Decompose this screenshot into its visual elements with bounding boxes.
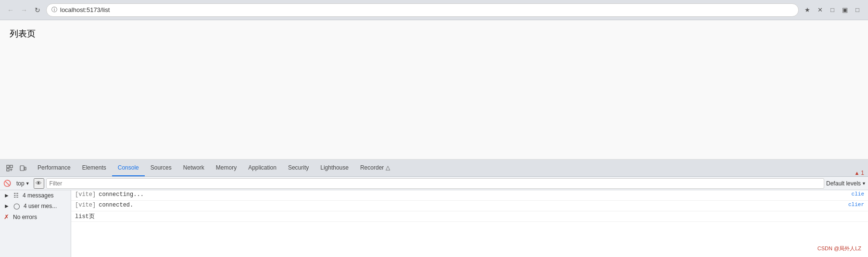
extensions-button[interactable]: ▣ <box>840 5 850 15</box>
url-text: localhost:5173/list <box>60 6 110 13</box>
log-entry-2: list页 <box>71 211 868 222</box>
default-levels-arrow-icon: ▼ <box>862 181 866 186</box>
log-source-1[interactable]: clier <box>844 202 864 208</box>
maximize-button[interactable]: □ <box>853 5 862 15</box>
clear-console-button[interactable]: 🚫 <box>2 178 13 189</box>
console-log-area: [vite] connecting... clie [vite] connect… <box>71 190 868 257</box>
context-dropdown[interactable]: top ▼ <box>14 179 32 188</box>
list-icon: ☷ <box>13 192 19 199</box>
log-message-0: connecting... <box>99 191 847 198</box>
csdn-badge: CSDN @局外人LZ​ <box>815 244 864 253</box>
svg-rect-3 <box>20 166 24 171</box>
console-toolbar: 🚫 top ▼ 👁 Default levels ▼ <box>0 177 868 190</box>
devtools-icon-group <box>1 159 32 176</box>
page-content: 列表页 <box>0 20 868 159</box>
devtools-panel: Performance Elements Console Sources Net… <box>0 159 868 257</box>
restore-button[interactable]: □ <box>828 5 837 15</box>
back-button[interactable]: ← <box>6 5 15 15</box>
lock-icon: ⓘ <box>51 6 57 14</box>
console-sidebar: ► ☷ 4 messages ► ◯ 4 user mes... ✗ No er… <box>0 190 71 257</box>
sidebar-item-errors[interactable]: ✗ No errors <box>0 211 71 222</box>
default-levels-dropdown[interactable]: Default levels ▼ <box>826 180 866 187</box>
eye-button[interactable]: 👁 <box>34 178 44 189</box>
devtools-tab-bar: Performance Elements Console Sources Net… <box>0 159 868 177</box>
context-label: top <box>16 180 25 187</box>
log-tag-0: [vite] <box>75 191 96 198</box>
svg-rect-2 <box>7 169 9 171</box>
tab-application[interactable]: Application <box>242 159 282 176</box>
warning-triangle-icon: ▲ <box>854 170 859 176</box>
forward-button[interactable]: → <box>19 5 29 15</box>
log-entry-1: [vite] connected. clier <box>71 201 868 211</box>
tab-lighthouse[interactable]: Lighthouse <box>314 159 354 176</box>
user-messages-count-label: 4 user mes... <box>24 203 57 209</box>
devtools-right-area: ▲ 1 <box>854 170 868 176</box>
tab-network[interactable]: Network <box>177 159 210 176</box>
log-source-0[interactable]: clie <box>848 191 864 197</box>
filter-input[interactable] <box>46 178 824 189</box>
recorder-icon: △ <box>386 164 390 171</box>
log-message-2: list页 <box>75 212 864 220</box>
svg-rect-0 <box>7 165 9 168</box>
svg-rect-1 <box>10 165 13 168</box>
device-toggle-button[interactable] <box>17 162 29 174</box>
user-icon: ◯ <box>13 203 20 209</box>
tab-security[interactable]: Security <box>282 159 314 176</box>
default-levels-label: Default levels <box>826 180 861 187</box>
messages-count-label: 4 messages <box>23 192 54 199</box>
tab-elements[interactable]: Elements <box>76 159 112 176</box>
sidebar-item-user-messages[interactable]: ► ◯ 4 user mes... <box>0 201 71 211</box>
page-title: 列表页 <box>10 28 858 39</box>
warning-badge: ▲ 1 <box>854 170 864 176</box>
warning-count: 1 <box>861 170 864 176</box>
tab-performance[interactable]: Performance <box>32 159 76 176</box>
close-tab-button[interactable]: ✕ <box>815 5 825 15</box>
log-entry-0: [vite] connecting... clie <box>71 190 868 201</box>
log-message-1: connected. <box>99 202 844 208</box>
inspect-element-button[interactable] <box>4 162 15 174</box>
no-errors-label: No errors <box>13 214 37 220</box>
address-bar[interactable]: ⓘ localhost:5173/list <box>46 3 799 17</box>
refresh-button[interactable]: ↻ <box>33 5 42 15</box>
tab-recorder[interactable]: Recorder △ <box>354 159 396 176</box>
browser-chrome: ← → ↻ ⓘ localhost:5173/list ★ ✕ □ ▣ □ <box>0 0 868 20</box>
tab-console[interactable]: Console <box>112 159 145 176</box>
dropdown-arrow-icon: ▼ <box>25 181 30 186</box>
console-body: ► ☷ 4 messages ► ◯ 4 user mes... ✗ No er… <box>0 190 868 257</box>
sidebar-item-messages[interactable]: ► ☷ 4 messages <box>0 190 71 201</box>
user-messages-toggle-icon: ► <box>4 203 10 209</box>
tab-memory[interactable]: Memory <box>210 159 242 176</box>
tab-sources[interactable]: Sources <box>145 159 177 176</box>
browser-actions: ★ ✕ □ ▣ □ <box>803 5 862 15</box>
svg-rect-4 <box>25 167 26 170</box>
bookmark-button[interactable]: ★ <box>803 5 812 15</box>
no-errors-icon: ✗ <box>4 213 9 220</box>
log-tag-1: [vite] <box>75 202 96 208</box>
messages-toggle-icon: ► <box>4 192 10 199</box>
